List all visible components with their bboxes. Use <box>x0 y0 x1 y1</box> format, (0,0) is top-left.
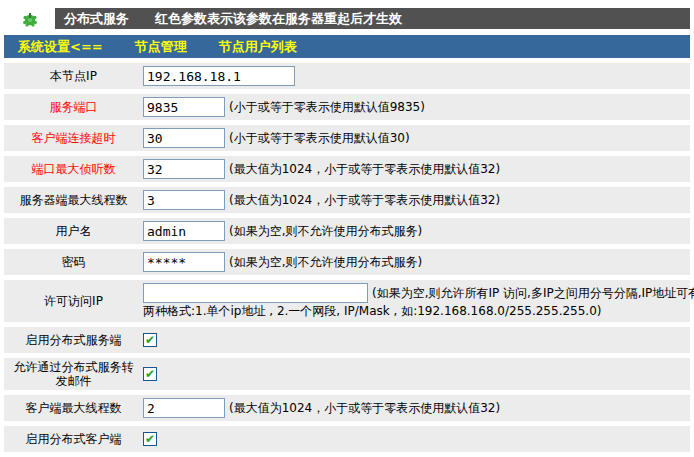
gear-icon <box>21 10 39 28</box>
service-port-input[interactable] <box>143 97 225 117</box>
form-row: 本节点IP <box>4 63 690 89</box>
field-label: 许可访问IP <box>4 292 143 310</box>
field-label: 本节点IP <box>4 67 143 85</box>
form-row: 许可访问IP (如果为空,则允许所有IP 访问,多IP之间用分号分隔,IP地址可… <box>4 280 690 322</box>
form-row: 启用分布式客户端 ✔ <box>4 426 690 452</box>
icon-cell <box>4 8 55 29</box>
page-title: 分布式服务 <box>64 10 129 28</box>
menu-item-node-users[interactable]: 节点用户列表 <box>219 38 297 56</box>
field-hint: (最大值为1024，小于或等于零表示使用默认值32) <box>229 401 500 416</box>
form-row: 服务端口 (小于或等于零表示使用默认值9835) <box>4 94 690 120</box>
settings-form: 本节点IP 服务端口 (小于或等于零表示使用默认值9835) 客户端连接超时 (… <box>4 63 690 457</box>
field-label: 用户名 <box>4 222 143 240</box>
field-label: 启用分布式客户端 <box>4 430 143 448</box>
client-max-threads-input[interactable] <box>143 398 225 418</box>
titlebar: 分布式服务 红色参数表示该参数在服务器重起后才生效 <box>4 8 690 29</box>
titlebar-bar: 分布式服务 红色参数表示该参数在服务器重起后才生效 <box>55 8 690 29</box>
field-label: 允许通过分布式服务转发邮件 <box>4 358 143 390</box>
client-timeout-input[interactable] <box>143 128 225 148</box>
server-max-threads-input[interactable] <box>143 190 225 210</box>
distributed-service-page: 分布式服务 红色参数表示该参数在服务器重起后才生效 系统设置<== 节点管理 节… <box>0 0 694 457</box>
enable-client-checkbox[interactable]: ✔ <box>143 432 157 446</box>
menu-item-system-settings[interactable]: 系统设置<== <box>18 38 103 56</box>
field-label: 客户端最大线程数 <box>4 399 143 417</box>
username-input[interactable] <box>143 221 225 241</box>
field-hint: (如果为空,则允许所有IP 访问,多IP之间用分号分隔,IP地址可有 <box>372 286 694 301</box>
form-row: 客户端连接超时 (小于或等于零表示使用默认值30) <box>4 125 690 151</box>
field-label: 密码 <box>4 253 143 271</box>
allow-relay-checkbox[interactable]: ✔ <box>143 367 157 381</box>
menubar: 系统设置<== 节点管理 节点用户列表 <box>4 35 690 58</box>
menu-item-node-management[interactable]: 节点管理 <box>135 38 187 56</box>
field-hint: (如果为空,则不允许使用分布式服务) <box>229 224 422 239</box>
allowed-ip-input[interactable] <box>143 283 368 303</box>
field-hint: (小于或等于零表示使用默认值9835) <box>229 100 425 115</box>
form-row: 客户端最大线程数 (最大值为1024，小于或等于零表示使用默认值32) <box>4 395 690 421</box>
field-label: 启用分布式服务端 <box>4 331 143 349</box>
node-ip-input[interactable] <box>143 66 295 86</box>
max-listen-input[interactable] <box>143 159 225 179</box>
field-label: 服务器端最大线程数 <box>4 191 143 209</box>
form-row: 端口最大侦听数 (最大值为1024，小于或等于零表示使用默认值32) <box>4 156 690 182</box>
field-hint-line2: 两种格式:1.单个ip地址 , 2.一个网段, IP/Mask , 如:192.… <box>143 304 694 319</box>
field-label: 客户端连接超时 <box>4 129 143 147</box>
form-row: 密码 (如果为空,则不允许使用分布式服务) <box>4 249 690 275</box>
field-hint: (最大值为1024，小于或等于零表示使用默认值32) <box>229 162 500 177</box>
field-hint: (小于或等于零表示使用默认值30) <box>229 131 410 146</box>
form-row: 服务器端最大线程数 (最大值为1024，小于或等于零表示使用默认值32) <box>4 187 690 213</box>
field-label: 服务端口 <box>4 98 143 116</box>
enable-server-checkbox[interactable]: ✔ <box>143 333 157 347</box>
password-input[interactable] <box>143 252 225 272</box>
title-note: 红色参数表示该参数在服务器重起后才生效 <box>155 10 402 28</box>
field-hint: (最大值为1024，小于或等于零表示使用默认值32) <box>229 193 500 208</box>
field-hint: (如果为空,则不允许使用分布式服务) <box>229 255 422 270</box>
field-label: 端口最大侦听数 <box>4 160 143 178</box>
form-row: 允许通过分布式服务转发邮件 ✔ <box>4 358 690 390</box>
form-row: 用户名 (如果为空,则不允许使用分布式服务) <box>4 218 690 244</box>
form-row: 启用分布式服务端 ✔ <box>4 327 690 353</box>
